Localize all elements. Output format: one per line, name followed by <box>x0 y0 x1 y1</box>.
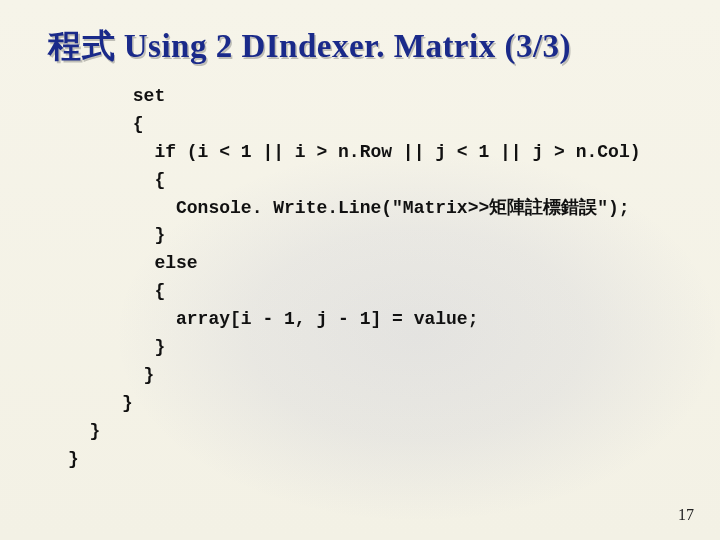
code-block: set { if (i < 1 || i > n.Row || j < 1 ||… <box>68 83 682 473</box>
slide: 程式 Using 2 DIndexer. Matrix (3/3) set { … <box>0 0 720 540</box>
page-number: 17 <box>678 506 694 524</box>
slide-title: 程式 Using 2 DIndexer. Matrix (3/3) <box>48 24 682 69</box>
